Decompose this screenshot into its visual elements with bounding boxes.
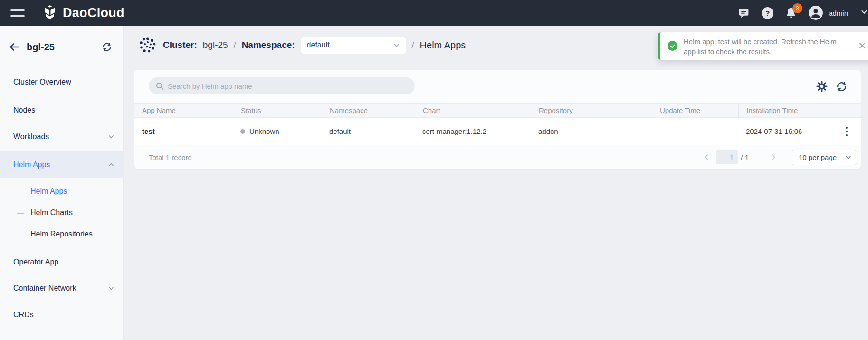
- subitem-dash: —: [17, 230, 24, 238]
- cell-namespace: default: [322, 118, 415, 145]
- sidebar-item-workloads[interactable]: Workloads: [0, 127, 123, 146]
- brand-name: DaoCloud: [63, 6, 124, 20]
- user-name: admin: [829, 9, 848, 17]
- sync-icon: [101, 41, 113, 53]
- namespace-select[interactable]: default: [301, 37, 406, 54]
- cell-actions: [830, 118, 861, 145]
- refresh-icon: [836, 81, 848, 93]
- chevron-left-icon: [703, 153, 710, 161]
- back-arrow-icon: [9, 41, 20, 53]
- subitem-dash: —: [17, 209, 24, 217]
- status-text: Unknown: [249, 127, 279, 135]
- avatar: [809, 6, 823, 20]
- chevron-down-icon: [393, 42, 400, 49]
- page-input[interactable]: [716, 150, 738, 164]
- search-icon: [155, 82, 164, 90]
- close-icon: [858, 42, 866, 49]
- cell-installation-time: 2024-07-31 16:06: [738, 118, 830, 145]
- sidebar-item-cluster-overview[interactable]: Cluster Overview: [0, 73, 123, 92]
- sidebar: bgl-25 Cluster Overview Nodes Workloads …: [0, 26, 124, 340]
- gear-icon: [816, 81, 828, 92]
- table-header: App Name Status Namespace Chart Reposito…: [134, 103, 861, 118]
- toast-notification: Helm app: test will be created. Refresh …: [658, 32, 868, 60]
- pagination: / 1 10 per page: [701, 150, 857, 165]
- chevron-right-icon: [770, 153, 777, 161]
- daocloud-logo-icon: [42, 5, 58, 21]
- column-header-status: Status: [233, 104, 322, 117]
- namespace-select-value: default: [307, 41, 330, 49]
- page-title: Helm Apps: [420, 40, 466, 51]
- toast-close-button[interactable]: [858, 42, 866, 49]
- subitem-dash: —: [17, 188, 24, 195]
- column-header-repository: Repository: [531, 104, 652, 117]
- chevron-down-icon: [108, 285, 114, 292]
- cell-update-time: -: [652, 118, 738, 145]
- per-page-select[interactable]: 10 per page: [792, 150, 857, 165]
- cell-chart: cert-manager:1.12.2: [415, 118, 531, 145]
- per-page-value: 10 per page: [799, 153, 837, 161]
- refresh-button[interactable]: [836, 81, 848, 93]
- breadcrumb-namespace-label: Namespace:: [242, 40, 295, 50]
- breadcrumb-separator: /: [412, 40, 414, 50]
- cell-status: Unknown: [233, 118, 322, 145]
- sidebar-item-nodes[interactable]: Nodes: [0, 101, 123, 120]
- sidebar-subitem-helm-apps[interactable]: — Helm Apps: [0, 183, 123, 199]
- toast-message: Helm app: test will be created. Refresh …: [684, 37, 840, 57]
- table-footer: Total 1 record / 1 10 per page: [134, 145, 861, 169]
- success-check-icon: [668, 41, 677, 51]
- sidebar-divider: [11, 70, 123, 70]
- cell-repository: addon: [531, 118, 652, 145]
- breadcrumb-cluster-value: bgl-25: [203, 40, 228, 50]
- cluster-icon: [139, 37, 156, 54]
- sidebar-subitem-helm-repositories[interactable]: — Helm Repositories: [0, 226, 123, 242]
- settings-button[interactable]: [816, 81, 828, 92]
- breadcrumb-cluster-label: Cluster:: [163, 40, 197, 50]
- table-toolbar: [134, 70, 861, 103]
- hamburger-menu-icon[interactable]: [10, 8, 25, 18]
- switch-cluster-button[interactable]: [101, 41, 113, 53]
- sidebar-item-operator-app[interactable]: Operator App: [0, 253, 123, 272]
- main-content: Cluster: bgl-25 / Namespace: default / H…: [124, 26, 868, 340]
- next-page-button[interactable]: [768, 151, 779, 163]
- column-header-namespace: Namespace: [322, 104, 415, 117]
- brand: DaoCloud: [42, 5, 124, 21]
- chat-icon: [737, 7, 750, 19]
- sidebar-subitem-helm-charts[interactable]: — Helm Charts: [0, 205, 123, 221]
- page-total: / 1: [741, 153, 749, 161]
- topbar: DaoCloud ? 3: [0, 0, 868, 26]
- user-menu-chevron-icon[interactable]: [860, 8, 868, 18]
- sidebar-item-helm-apps[interactable]: Helm Apps: [0, 155, 123, 174]
- content-card: App Name Status Namespace Chart Reposito…: [134, 70, 861, 169]
- table-row: test Unknown default cert-manager:1.12.2…: [134, 118, 861, 145]
- status-dot-icon: [240, 129, 245, 134]
- sidebar-item-crds[interactable]: CRDs: [0, 305, 123, 324]
- breadcrumb: Cluster: bgl-25 / Namespace: default / H…: [139, 35, 466, 55]
- notifications-button[interactable]: 3: [785, 7, 797, 19]
- sidebar-cluster-name: bgl-25: [27, 42, 55, 53]
- messages-button[interactable]: [737, 7, 750, 19]
- column-header-app-name: App Name: [134, 104, 233, 117]
- column-header-update-time: Update Time: [652, 104, 738, 117]
- column-header-chart: Chart: [415, 104, 531, 117]
- prev-page-button[interactable]: [701, 151, 712, 163]
- cell-app-name: test: [134, 118, 233, 145]
- user-menu[interactable]: [809, 6, 823, 20]
- total-records: Total 1 record: [149, 153, 192, 161]
- breadcrumb-separator: /: [234, 40, 236, 50]
- search-input[interactable]: [168, 82, 396, 90]
- chevron-down-icon: [845, 154, 852, 161]
- row-actions-kebab-icon[interactable]: [839, 123, 855, 140]
- search-field: [149, 77, 415, 94]
- chevron-up-icon: [108, 161, 114, 168]
- back-button[interactable]: [9, 41, 20, 53]
- sidebar-header: bgl-25: [0, 35, 123, 59]
- column-header-actions: [830, 104, 861, 117]
- help-button[interactable]: ?: [762, 7, 773, 19]
- sidebar-item-container-network[interactable]: Container Network: [0, 279, 123, 298]
- help-icon: ?: [762, 7, 773, 19]
- notification-badge: 3: [792, 3, 802, 13]
- chevron-down-icon: [108, 133, 114, 140]
- column-header-installation-time: Installation Time: [738, 104, 830, 117]
